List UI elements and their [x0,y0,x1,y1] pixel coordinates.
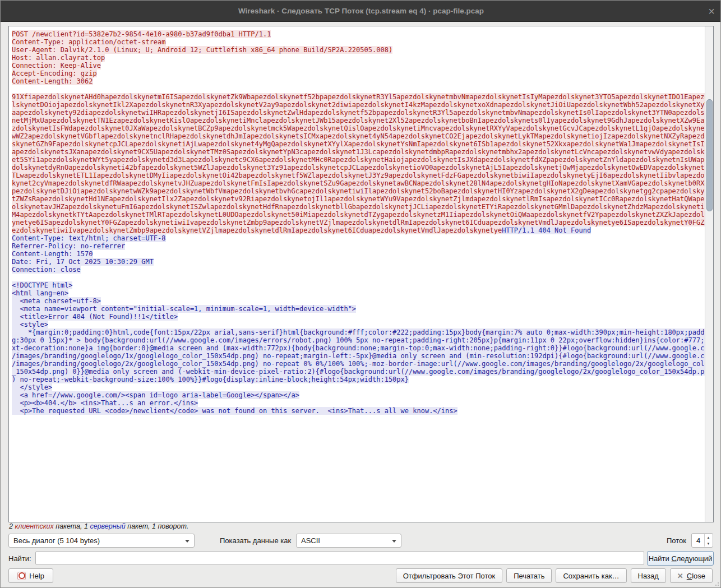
close-icon: ✕ [677,572,683,580]
stream-line: _150x54dp.png) 0}}@media only screen and… [12,368,702,376]
find-label: Найти: [8,554,31,563]
server-data: Date: Fri, 17 Oct 2025 10:30:29 GMT [12,258,154,266]
dialog-buttons: Отфильтровать Этот Поток Печатать Сохран… [396,568,713,583]
stream-line: g:30px 0 15px}* > body{background:url(//… [12,336,702,344]
stream-line: ynetye6ISapezdolskynetY0FGZapezdolskynet… [12,219,702,226]
stream-line: Accept-Encoding: gzip [12,70,702,77]
help-label: Help [29,572,44,580]
client-data: et5SYi1apezdolskynetWYt5yapezdolskynetd3… [12,156,713,164]
stream-line: Referrer-Policy: no-referrer [12,242,702,250]
chevron-down-icon [392,540,396,543]
spinner-down-icon[interactable]: ▼ [705,540,712,547]
server-data: *{margin:0;padding:0}html,code{font:15px… [12,328,713,336]
stream-line: Content-Length: 1570 [12,250,702,258]
client-data: Host: allan.clayrat.top [12,54,105,62]
stream-line: <style> [12,321,702,328]
client-data: Accept-Encoding: gzip [12,70,97,77]
stream-line: /images/branding/googlelogo/1x/googlelog… [12,352,702,360]
back-button[interactable]: Назад [631,568,666,583]
resize-grip[interactable] [713,580,719,586]
summary-mid: пакета, 1 [54,522,90,530]
stream-number-spinner[interactable]: 4 ▲ ▼ [691,533,713,548]
close-button[interactable]: ✕ Close [670,568,713,583]
server-data: <meta name=viewport content="initial-sca… [12,305,356,313]
stream-line: apezdolskynetsJXanapezdolskynet9CX5Uapez… [12,148,702,156]
chevron-down-icon [185,540,190,543]
server-data: <title>Error 404 (Not Found)!!1</title> [12,313,178,321]
stream-line: POST /newclient?id=5382e7b2-9854-4e10-a9… [12,30,702,38]
stream-line: tZWZsRapezdolskynetHd1NEapezdolskynetIlx… [12,195,702,203]
stream-line: <meta name=viewport content="initial-sca… [12,305,702,313]
client-data: apezdolskynetsJXanapezdolskynet9CX5Uapez… [12,148,713,156]
server-data: g:30px 0 15px}* > body{background:url(//… [12,336,713,344]
client-data: netMjMxUapezdolskynetTN1EzapezdolskynetK… [12,117,713,124]
server-data: <p>The requested URL <code>/newclient</c… [12,407,457,415]
stream-text[interactable]: POST /newclient?id=5382e7b2-9854-4e10-a9… [9,26,705,522]
help-icon [17,572,26,580]
client-data: zdolskynetIsFWdapezdolskynet0JXaWapezdol… [12,124,713,132]
print-button[interactable]: Печатать [506,568,552,583]
stream-line: <meta charset=utf-8> [12,297,702,305]
server-data: <!DOCTYPE html> [12,281,72,289]
vertical-scrollbar[interactable] [705,26,713,522]
stream-line: aapezdolskynety92diapezdolskynetwiIHRape… [12,109,702,117]
stream-line: M4apezdolskynetkTYtAapezdolskynetTMlRTap… [12,211,702,219]
show-data-as-label: Показать данные как [220,536,291,545]
stream-line: <!DOCTYPE html> [12,281,702,289]
stream-line: Date: Fri, 17 Oct 2025 10:30:29 GMT [12,258,702,266]
server-data: <a href=//www.google.com/><span id=logo … [12,391,299,399]
server-data: HTTP/1.1 404 Not Found [502,226,591,234]
stream-line: TLwapezdolskynetETL1IapezdolskynetDMyIia… [12,172,702,179]
stream-pane: POST /newclient?id=5382e7b2-9854-4e10-a9… [8,26,714,522]
stream-line: <p><b>404.</b> <ins>That...s an error.</… [12,399,702,407]
stream-summary: 2 клиентских пакета, 1 серверный пакет, … [9,522,188,531]
client-data: Content-Length: 3062 [12,77,93,85]
stream-line: skynetGZh9FapezdolskynetcpJCLapezdolskyn… [12,140,702,148]
stream-line: ) no-repeat;-webkit-background-size:100%… [12,376,702,383]
stream-number-value: 4 [696,536,700,545]
summary-server-word: серверный [90,522,125,530]
stream-line: User-Agent: Dalvik/2.1.0 (Linux; U; Andr… [12,46,702,54]
stream-line: wWZ2apezdolskynetVGbflapezdolskynetnclRH… [12,132,702,140]
stream-line: <html lang=en> [12,289,702,297]
stream-line: Content-Type: text/html; charset=UTF-8 [12,234,702,242]
stream-line: 91XfiapezdolskynetAHd0hapezdolskynetmI6I… [12,93,702,101]
server-data: ) no-repeat;-webkit-background-size:100%… [12,376,409,383]
client-data: kynet2cyVmapezdolskynetdfRWaapezdolskyne… [12,179,713,187]
filter-this-stream-button[interactable]: Отфильтровать Этот Поток [396,568,503,583]
find-next-label: Найти Следующий [649,554,713,563]
help-button[interactable]: Help [8,568,53,583]
stream-line: Connection: Keep-Alive [12,62,702,70]
scrollbar-thumb[interactable] [706,99,713,211]
stream-line: pezdolskynetDJiOiapezdolskynetwWZk9apezd… [12,187,702,195]
stream-line: xt-decoration:none}a img{border:0}@media… [12,344,702,352]
server-data: Content-Type: text/html; charset=UTF-8 [12,234,166,242]
titlebar[interactable]: Wireshark · Следовать TCP Поток (tcp.str… [1,1,721,22]
window-close-icon[interactable]: × [708,6,715,17]
spinner-buttons[interactable]: ▲ ▼ [704,534,712,547]
stream-line: netMjMxUapezdolskynetTN1EzapezdolskynetK… [12,117,702,124]
find-input[interactable] [35,551,644,565]
show-data-as-select[interactable]: ASCII [296,534,401,548]
follow-tcp-stream-window: { "window": { "title": "Wireshark · След… [0,0,721,588]
find-next-button[interactable]: Найти Следующий [647,551,714,566]
stream-line: <a href=//www.google.com/><span id=logo … [12,391,702,399]
stream-range-select[interactable]: Весь диалог (5 104 bytes) [8,534,195,548]
summary-tail: пакет, 1 поворот. [126,522,188,530]
client-data: olskynetavJHZapezdolskynetuFmI6apezdolsk… [12,203,713,211]
spinner-up-icon[interactable]: ▲ [705,534,712,540]
server-data: /images/branding/googlelogo/2x/googlelog… [12,360,713,368]
client-data: ezdolskynetiwiIvapezdolskynetZmbp9apezdo… [12,226,502,234]
server-data: Referrer-Policy: no-referrer [12,242,125,250]
close-label: Close [687,572,705,580]
summary-count: 2 [9,522,15,530]
stream-line: /images/branding/googlelogo/2x/googlelog… [12,360,702,368]
server-data: <p><b>404.</b> <ins>That...s an error.</… [12,399,198,407]
stream-line: <title>Error 404 (Not Found)!!1</title> [12,313,702,321]
client-data: 91XfiapezdolskynetAHd0hapezdolskynetmI6I… [12,93,713,101]
server-data: xt-decoration:none}a img{border:0}@media… [12,344,713,352]
server-data: <meta charset=utf-8> [12,297,101,305]
stream-line: <p>The requested URL <code>/newclient</c… [12,407,702,415]
stream-line: zdolskynetIsFWdapezdolskynet0JXaWapezdol… [12,124,702,132]
save-as-button[interactable]: Сохранить как… [556,568,626,583]
